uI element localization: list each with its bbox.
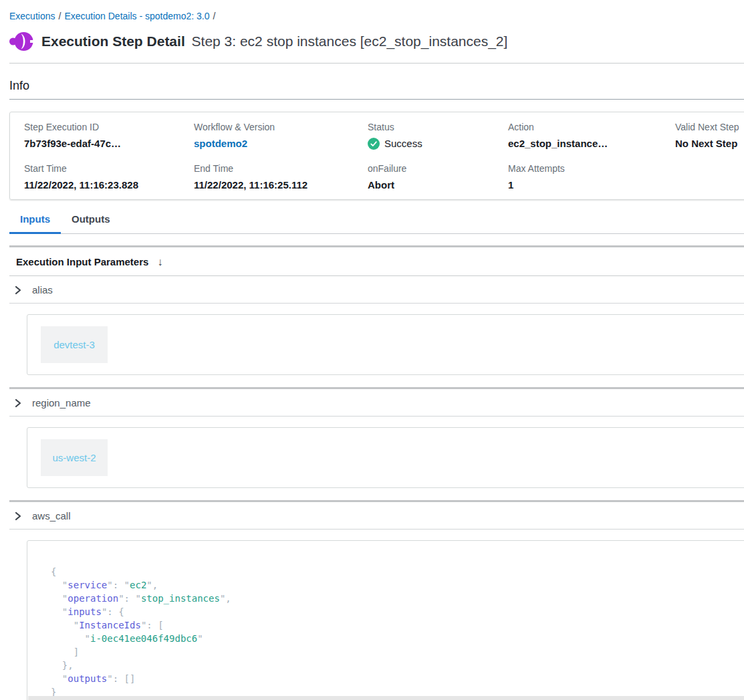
execution-input-parameters-header: Execution Input Parameters ↓: [9, 247, 744, 276]
param-value-panel-aws-call: { "service": "ec2", "operation": "stop_i…: [27, 540, 744, 700]
info-field-workflow-version: Workflow & Versionspotdemo2: [194, 122, 368, 150]
field-label: Max Attempts: [508, 163, 675, 174]
success-status-icon: [368, 138, 380, 150]
param-value-panel-alias: devtest-3: [27, 314, 744, 375]
param-expander-aws-call[interactable]: aws_call: [9, 502, 744, 530]
param-value-panel-region-name: us-west-2: [27, 427, 744, 488]
tab-inputs[interactable]: Inputs: [9, 207, 61, 233]
chevron-right-icon: [13, 285, 23, 296]
param-value-chip: us-west-2: [41, 439, 108, 476]
field-label: Action: [508, 122, 675, 132]
field-label: onFailure: [368, 163, 508, 174]
breadcrumb-link-executions[interactable]: Executions: [9, 11, 55, 21]
page-header: Execution Step Detail Step 3: ec2 stop i…: [9, 30, 744, 53]
field-label: Status: [368, 122, 508, 132]
tab-bar: InputsOutputs: [9, 207, 744, 234]
breadcrumb-link-execution-details[interactable]: Execution Details - spotdemo2: 3.0: [64, 11, 209, 21]
param-name: alias: [32, 285, 53, 296]
field-value: 11/22/2022, 11:16:25.112: [194, 179, 368, 191]
page-title: Execution Step Detail: [41, 33, 185, 49]
field-label: Valid Next Step: [675, 122, 744, 132]
param-name: aws_call: [32, 511, 71, 521]
parameters-list: aliasdevtest-3region_nameus-west-2aws_ca…: [9, 276, 744, 700]
info-field-onfailure: onFailureAbort: [368, 163, 508, 191]
tab-outputs[interactable]: Outputs: [61, 207, 121, 233]
breadcrumb: Executions/Execution Details - spotdemo2…: [9, 0, 744, 21]
info-divider: [9, 99, 744, 100]
field-value: No Next Step: [675, 138, 744, 150]
page-subtitle: Step 3: ec2 stop instances [ec2_stop_ins…: [192, 33, 508, 49]
breadcrumb-separator: /: [58, 11, 61, 21]
info-card-grid: Step Execution ID7b73f93e-edaf-47c…Workf…: [24, 122, 744, 191]
field-label: Start Time: [24, 163, 194, 174]
chevron-right-icon: [13, 511, 23, 521]
execution-step-detail-page: Executions/Execution Details - spotdemo2…: [0, 0, 744, 700]
field-value: ec2_stop_instance…: [508, 138, 675, 150]
field-value: Success: [368, 138, 508, 150]
info-heading: Info: [9, 79, 744, 99]
chevron-right-icon: [13, 398, 23, 409]
horizontal-scrollbar[interactable]: [28, 696, 744, 700]
param-expander-region-name[interactable]: region_name: [9, 389, 744, 417]
info-field-start-time: Start Time11/22/2022, 11:16:23.828: [24, 163, 194, 191]
field-value: 1: [508, 179, 675, 191]
collapse-all-arrow-icon[interactable]: ↓: [157, 257, 162, 267]
field-label: Workflow & Version: [194, 122, 368, 132]
info-field-max-attempts: Max Attempts1: [508, 163, 675, 191]
param-name: region_name: [32, 398, 91, 409]
execution-input-parameters-label: Execution Input Parameters: [16, 257, 148, 267]
info-field-valid-next-step: Valid Next StepNo Next Step: [675, 122, 744, 150]
field-value: 11/22/2022, 11:16:23.828: [24, 179, 194, 191]
info-card: Step Execution ID7b73f93e-edaf-47c…Workf…: [9, 112, 744, 200]
workflow-logo-icon: [9, 30, 33, 53]
field-value: Abort: [368, 179, 508, 191]
field-label: Step Execution ID: [24, 122, 194, 132]
field-label: End Time: [194, 163, 368, 174]
info-field-status: StatusSuccess: [368, 122, 508, 150]
field-value: 7b73f93e-edaf-47c…: [24, 138, 194, 150]
param-value-chip: devtest-3: [41, 326, 108, 363]
param-expander-alias[interactable]: alias: [9, 276, 744, 304]
info-field-end-time: End Time11/22/2022, 11:16:25.112: [194, 163, 368, 191]
info-field-action: Actionec2_stop_instance…: [508, 122, 675, 150]
breadcrumb-separator: /: [213, 11, 216, 21]
header-divider: [9, 63, 744, 64]
info-field-step-execution-id: Step Execution ID7b73f93e-edaf-47c…: [24, 122, 194, 150]
field-value[interactable]: spotdemo2: [194, 138, 368, 150]
aws-call-code-block: { "service": "ec2", "operation": "stop_i…: [51, 565, 744, 699]
